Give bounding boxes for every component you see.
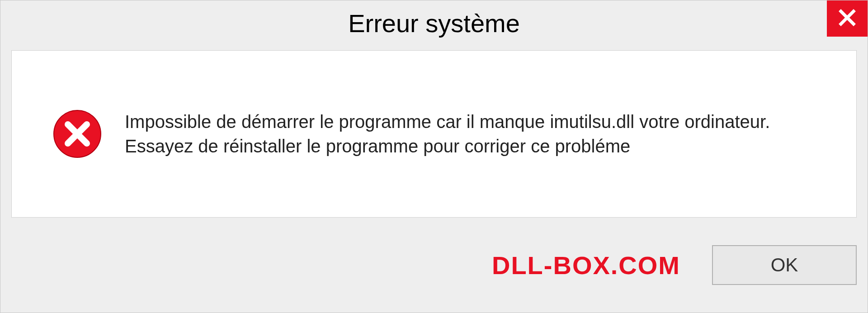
ok-button[interactable]: OK	[712, 245, 857, 285]
content-panel: Impossible de démarrer le programme car …	[11, 50, 857, 218]
error-icon	[52, 109, 102, 159]
dialog-title: Erreur système	[348, 9, 520, 38]
dialog-footer: DLL-BOX.COM OK	[0, 218, 868, 313]
error-dialog: Erreur système Impossible de démarrer le…	[0, 0, 868, 313]
error-message: Impossible de démarrer le programme car …	[125, 109, 834, 158]
titlebar: Erreur système	[0, 0, 868, 46]
watermark-text: DLL-BOX.COM	[492, 251, 680, 280]
close-button[interactable]	[827, 0, 868, 37]
close-icon	[838, 9, 856, 28]
